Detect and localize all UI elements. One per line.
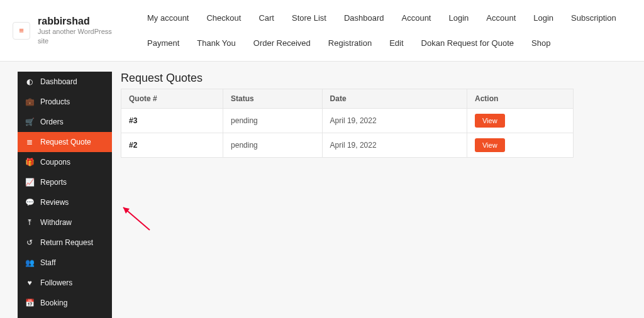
sidebar-item-analytics[interactable]: ▤Analytics bbox=[18, 313, 112, 318]
table-row: #3pendingApril 19, 2022View bbox=[121, 109, 574, 133]
sidebar-item-reviews[interactable]: 💬Reviews bbox=[18, 192, 112, 212]
topnav-link[interactable]: Subscription bbox=[562, 7, 625, 29]
sidebar-item-label: Followers bbox=[40, 278, 72, 287]
site-title: rabbirshad bbox=[38, 16, 113, 27]
topnav-link[interactable]: Edit bbox=[380, 32, 412, 54]
gift-icon: 🎁 bbox=[25, 158, 34, 167]
quote-number-cell: #2 bbox=[121, 133, 223, 158]
topnav-link[interactable]: Account bbox=[477, 7, 525, 29]
topnav-link[interactable]: Account bbox=[393, 7, 440, 29]
topnav-link[interactable]: Login bbox=[525, 7, 562, 29]
topnav-link[interactable]: Login bbox=[440, 7, 477, 29]
sidebar-item-products[interactable]: 💼Products bbox=[18, 92, 112, 112]
topnav-link[interactable]: Dashboard bbox=[335, 7, 393, 29]
table-row: #2pendingApril 19, 2022View bbox=[121, 133, 574, 158]
top-navigation: My accountCheckoutCartStore ListDashboar… bbox=[138, 0, 631, 61]
sidebar-item-label: Products bbox=[40, 97, 70, 106]
date-cell: April 19, 2022 bbox=[322, 133, 467, 158]
topnav-link[interactable]: Registration bbox=[319, 32, 380, 54]
view-button[interactable]: View bbox=[475, 114, 505, 128]
status-cell: pending bbox=[223, 133, 323, 158]
sidebar-item-label: Withdraw bbox=[40, 218, 72, 227]
dashboard-icon: ◐ bbox=[25, 77, 34, 86]
sidebar-item-withdraw[interactable]: ⤒Withdraw bbox=[18, 212, 112, 233]
topnav-link[interactable]: Thank You bbox=[188, 32, 244, 54]
topnav-link[interactable]: Order Received bbox=[245, 32, 319, 54]
menu-icon: ≡ bbox=[19, 26, 24, 35]
column-header: Quote # bbox=[121, 89, 223, 109]
briefcase-icon: 💼 bbox=[25, 97, 34, 106]
topnav-link[interactable]: Payment bbox=[138, 32, 188, 54]
topnav-link[interactable]: Store List bbox=[283, 7, 335, 29]
users-icon: 👥 bbox=[25, 258, 34, 267]
list-icon: ≣ bbox=[25, 138, 34, 146]
comments-icon: 💬 bbox=[25, 198, 34, 207]
chart-icon: 📈 bbox=[25, 178, 34, 187]
sidebar-item-request-quote[interactable]: ≣Request Quote bbox=[18, 132, 112, 152]
sidebar-item-reports[interactable]: 📈Reports bbox=[18, 172, 112, 192]
topnav-link[interactable]: Dokan Request for Quote bbox=[413, 32, 523, 54]
sidebar-item-label: Reviews bbox=[40, 198, 69, 207]
topnav-link[interactable]: Cart bbox=[250, 7, 283, 29]
sidebar-item-label: Return Request bbox=[40, 238, 93, 247]
sidebar-item-booking[interactable]: 📅Booking bbox=[18, 293, 112, 313]
heart-icon: ♥ bbox=[25, 278, 34, 287]
sidebar-item-followers[interactable]: ♥Followers bbox=[18, 273, 112, 293]
sidebar-item-label: Staff bbox=[40, 258, 55, 267]
sidebar-item-label: Coupons bbox=[40, 158, 70, 167]
sidebar-item-return-request[interactable]: ↺Return Request bbox=[18, 233, 112, 253]
page-title: Request Quotes bbox=[121, 72, 631, 85]
column-header: Status bbox=[223, 89, 323, 109]
action-cell: View bbox=[467, 109, 573, 133]
sidebar-item-orders[interactable]: 🛒Orders bbox=[18, 112, 112, 132]
site-tagline: Just another WordPress site bbox=[38, 27, 113, 45]
sidebar-item-label: Dashboard bbox=[40, 77, 77, 86]
sidebar-item-dashboard[interactable]: ◐Dashboard bbox=[18, 72, 112, 92]
calendar-icon: 📅 bbox=[25, 299, 34, 307]
topnav-link[interactable]: Checkout bbox=[197, 7, 250, 29]
cart-icon: 🛒 bbox=[25, 118, 34, 126]
menu-toggle-button[interactable]: ≡ bbox=[13, 22, 30, 40]
upload-icon: ⤒ bbox=[25, 218, 34, 227]
date-cell: April 19, 2022 bbox=[322, 109, 467, 133]
status-cell: pending bbox=[223, 109, 323, 133]
topnav-link[interactable]: Shop bbox=[523, 32, 559, 54]
undo-icon: ↺ bbox=[25, 238, 34, 247]
topnav-link[interactable]: My account bbox=[138, 7, 197, 29]
action-cell: View bbox=[467, 133, 573, 158]
sidebar-item-coupons[interactable]: 🎁Coupons bbox=[18, 152, 112, 172]
quote-number-cell: #3 bbox=[121, 109, 223, 133]
column-header: Date bbox=[322, 89, 467, 109]
vendor-sidebar: ◐Dashboard💼Products🛒Orders≣Request Quote… bbox=[18, 72, 112, 318]
sidebar-item-staff[interactable]: 👥Staff bbox=[18, 253, 112, 273]
view-button[interactable]: View bbox=[475, 138, 505, 152]
quotes-table: Quote #StatusDateAction #3pendingApril 1… bbox=[121, 89, 574, 158]
sidebar-item-label: Orders bbox=[40, 118, 64, 126]
sidebar-item-label: Request Quote bbox=[40, 138, 91, 146]
sidebar-item-label: Reports bbox=[40, 178, 67, 187]
sidebar-item-label: Booking bbox=[40, 299, 67, 307]
column-header: Action bbox=[467, 89, 573, 109]
